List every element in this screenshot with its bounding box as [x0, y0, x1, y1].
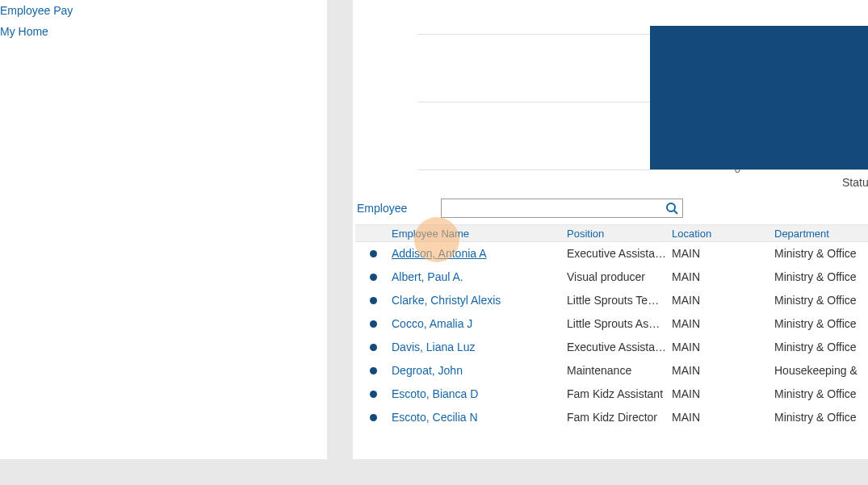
search-icon[interactable] [665, 202, 678, 215]
employee-department: Ministry & Office [774, 411, 868, 424]
employee-name-link[interactable]: Addison, Antonia A [392, 247, 567, 260]
employee-position: Fam Kidz Assistant [567, 387, 672, 400]
th-employee-name[interactable]: Employee Name [392, 228, 567, 240]
status-dot [355, 274, 392, 281]
employee-position: Little Sprouts Te… [567, 294, 672, 307]
th-department[interactable]: Department [774, 228, 868, 240]
th-location[interactable]: Location [672, 228, 774, 240]
table-row: Davis, Liana LuzExecutive Assista…MAINMi… [355, 336, 868, 359]
employee-department: Ministry & Office [774, 387, 868, 400]
employee-position: Executive Assista… [567, 247, 672, 260]
th-position[interactable]: Position [567, 228, 672, 240]
employee-department: Ministry & Office [774, 270, 868, 283]
employee-position: Little Sprouts As… [567, 317, 672, 330]
status-chart: 20 10 0 Status [377, 0, 868, 174]
employee-location: MAIN [672, 270, 774, 283]
employee-table: Employee Name Position Location Departme… [355, 224, 868, 429]
employee-name-link[interactable]: Albert, Paul A. [392, 270, 567, 283]
employee-search-label: Employee [357, 202, 407, 215]
employee-search-input[interactable] [441, 199, 683, 218]
employee-name-link[interactable]: Clarke, Christyl Alexis [392, 294, 567, 307]
sidebar-item-my-home[interactable]: My Home [0, 21, 327, 42]
employee-department: Ministry & Office [774, 317, 868, 330]
svg-line-1 [674, 211, 677, 214]
employee-name-link[interactable]: Escoto, Cecilia N [392, 411, 567, 424]
employee-department: Ministry & Office [774, 341, 868, 353]
chart-bar-status [650, 26, 868, 169]
status-dot [355, 367, 392, 374]
employee-position: Maintenance [567, 364, 672, 377]
employee-department: Ministry & Office [774, 294, 868, 307]
employee-location: MAIN [672, 387, 774, 400]
status-dot [355, 320, 392, 328]
employee-location: MAIN [672, 247, 774, 260]
employee-position: Fam Kidz Director [567, 411, 672, 424]
employee-department: Housekeeping & [774, 364, 868, 377]
status-dot [355, 344, 392, 351]
table-row: Escoto, Cecilia NFam Kidz DirectorMAINMi… [355, 406, 868, 429]
employee-name-link[interactable]: Escoto, Bianca D [392, 387, 567, 400]
employee-name-link[interactable]: Degroat, John [392, 364, 567, 377]
sidebar-item-employee-pay[interactable]: Employee Pay [0, 0, 327, 21]
employee-department: Ministry & Office [774, 247, 868, 260]
svg-point-0 [667, 203, 675, 211]
status-dot [355, 250, 392, 257]
table-row: Clarke, Christyl AlexisLittle Sprouts Te… [355, 289, 868, 312]
table-row: Degroat, JohnMaintenanceMAINHousekeeping… [355, 359, 868, 383]
employee-location: MAIN [672, 341, 774, 353]
table-row: Escoto, Bianca DFam Kidz AssistantMAINMi… [355, 383, 868, 406]
table-row: Albert, Paul A.Visual producerMAINMinist… [355, 265, 868, 289]
table-row: Addison, Antonia AExecutive Assista…MAIN… [355, 242, 868, 265]
employee-name-link[interactable]: Davis, Liana Luz [392, 341, 567, 353]
employee-location: MAIN [672, 294, 774, 307]
status-dot [355, 391, 392, 398]
x-axis-label: Status [842, 176, 868, 189]
employee-location: MAIN [672, 364, 774, 377]
employee-position: Executive Assista… [567, 341, 672, 353]
employee-location: MAIN [672, 317, 774, 330]
employee-position: Visual producer [567, 270, 672, 283]
table-row: Cocco, Amalia JLittle Sprouts As…MAINMin… [355, 312, 868, 336]
status-dot [355, 297, 392, 304]
status-dot [355, 414, 392, 421]
employee-location: MAIN [672, 411, 774, 424]
employee-name-link[interactable]: Cocco, Amalia J [392, 317, 567, 330]
